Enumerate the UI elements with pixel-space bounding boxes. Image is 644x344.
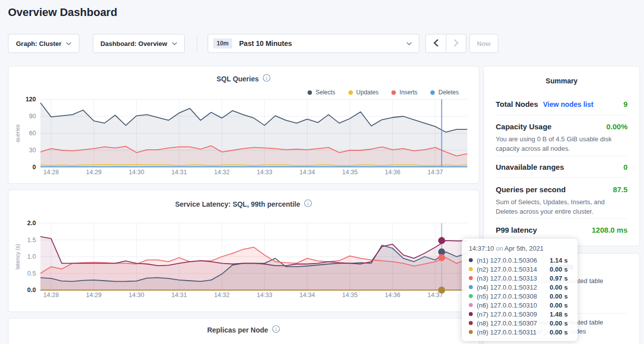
x-axis-tick-label: 14:32 (214, 169, 230, 176)
sql-queries-chart[interactable]: 14:2814:2914:3014:3114:3214:3314:3414:35… (8, 66, 479, 183)
y-axis-tick-label: 120 (25, 96, 36, 103)
x-axis-tick-label: 14:29 (86, 169, 101, 176)
hover-data-point (438, 254, 445, 261)
node-address: (n7) 127.0.0.1:50309 (477, 311, 550, 318)
node-address: (n2) 127.0.0.1:50314 (477, 266, 550, 273)
summary-divider (496, 156, 628, 156)
summary-label: Unavailable ranges (496, 163, 564, 171)
node-latency-value: 1.48 s (550, 311, 568, 318)
overview-dashboard-page: Overview Dashboard Graph: Cluster Dashbo… (0, 0, 644, 344)
toolbar-divider (197, 35, 197, 52)
hover-data-point (438, 237, 445, 244)
node-color-dot (469, 258, 473, 262)
x-axis-tick-label: 14:34 (300, 169, 315, 176)
y-axis-tick-label: 60 (29, 130, 36, 137)
summary-label: Capacity Usage (496, 122, 552, 131)
x-axis-tick-label: 14:36 (385, 169, 400, 176)
chevron-right-icon (453, 39, 459, 48)
x-axis-tick-label: 14:30 (129, 292, 144, 299)
replicas-title: Replicas per Node (207, 326, 268, 334)
graph-dropdown-label: Graph: Cluster (16, 40, 61, 47)
summary-value: 0.00% (606, 122, 628, 131)
y-axis-title: latency (s) (14, 244, 20, 270)
x-axis-tick-label: 14:28 (43, 292, 59, 299)
summary-row-queries-per-second: Queries per second87.5Sum of Selects, Up… (496, 185, 628, 216)
summary-divider (496, 177, 628, 178)
x-axis-tick-label: 14:30 (129, 169, 144, 176)
y-axis-tick-label: 1.0 (27, 253, 36, 260)
node-latency-value: 1.14 s (550, 257, 568, 264)
node-color-dot (469, 330, 473, 334)
now-button[interactable]: Now (469, 34, 498, 53)
hover-data-point (438, 287, 445, 294)
replicas-panel: Replicas per Node i (8, 318, 479, 344)
time-range-label: Past 10 Minutes (239, 39, 292, 47)
latency-chart[interactable]: 14:2814:2914:3014:3114:3214:3314:3414:35… (8, 190, 479, 312)
summary-value: 1208.0 ms (592, 226, 628, 234)
node-color-dot (469, 285, 473, 289)
tooltip-node-row: (n8) 127.0.0.1:503070.00 s (469, 319, 571, 328)
latency-panel: Service Latency: SQL, 99th percentile i … (8, 190, 479, 312)
x-axis-tick-label: 14:32 (214, 292, 230, 299)
summary-label: Queries per second (496, 185, 566, 194)
chevron-down-icon (172, 42, 177, 45)
node-address: (n4) 127.0.0.1:50312 (477, 284, 550, 291)
summary-description: Sum of Selects, Updates, Inserts, and De… (496, 197, 628, 216)
tooltip-node-row: (n1) 127.0.0.1:503061.14 s (469, 256, 571, 265)
x-axis-tick-label: 14:31 (171, 292, 187, 299)
y-axis-tick-label: 0.5 (27, 270, 36, 277)
time-forward-button[interactable] (446, 34, 466, 52)
time-back-button[interactable] (426, 34, 446, 52)
node-color-dot (469, 303, 473, 307)
chevron-left-icon (433, 39, 439, 48)
chevron-down-icon (406, 42, 412, 45)
x-axis-tick-label: 14:33 (257, 292, 272, 299)
info-icon[interactable]: i (272, 325, 280, 335)
tooltip-node-row: (n6) 127.0.0.1:503100.00 s (469, 301, 571, 310)
node-address: (n1) 127.0.0.1:50306 (477, 257, 550, 264)
node-color-dot (469, 276, 473, 280)
tooltip-node-row: (n4) 127.0.0.1:503120.00 s (469, 283, 571, 292)
x-axis-tick-label: 14:37 (427, 169, 443, 176)
y-axis-tick-label: 0.0 (27, 287, 36, 294)
node-address: (n8) 127.0.0.1:50307 (477, 320, 550, 327)
tooltip-node-row: (n3) 127.0.0.1:503130.97 s (469, 274, 571, 283)
view-nodes-list-link[interactable]: View nodes list (543, 100, 594, 108)
y-axis-tick-label: 1.5 (27, 237, 36, 244)
summary-label: Total Nodes (496, 100, 538, 108)
summary-row-p99-latency: P99 latency1208.0 ms (496, 226, 628, 234)
node-address: (n9) 127.0.0.1:50311 (477, 329, 550, 336)
node-latency-value: 0.00 s (550, 284, 568, 291)
tooltip-node-row: (n5) 127.0.0.1:503080.00 s (469, 292, 571, 301)
x-axis-tick-label: 14:31 (171, 169, 187, 176)
tooltip-node-row: (n2) 127.0.0.1:503140.00 s (469, 265, 571, 274)
node-color-dot (469, 267, 473, 271)
y-axis-tick-label: 0 (32, 164, 36, 171)
dashboard-dropdown-label: Dashboard: Overview (100, 40, 167, 47)
graph-dropdown[interactable]: Graph: Cluster (8, 34, 79, 53)
node-address: (n5) 127.0.0.1:50308 (477, 293, 550, 300)
x-axis-tick-label: 14:34 (300, 292, 315, 299)
tooltip-node-row: (n7) 127.0.0.1:503091.48 s (469, 310, 571, 319)
node-latency-value: 0.00 s (550, 320, 568, 327)
tooltip-timestamp: 14:37:10 on Apr 5th, 2021 (469, 245, 571, 252)
x-axis-tick-label: 14:29 (86, 292, 101, 299)
time-range-dropdown[interactable]: 10m Past 10 Minutes (208, 34, 419, 53)
summary-value: 9 (624, 100, 628, 108)
summary-label: P99 latency (496, 226, 537, 234)
node-color-dot (469, 321, 473, 325)
time-range-badge: 10m (213, 38, 232, 48)
tooltip-node-row: (n9) 127.0.0.1:503110.00 s (469, 328, 571, 337)
chevron-down-icon (66, 42, 71, 45)
dashboard-dropdown[interactable]: Dashboard: Overview (93, 34, 185, 53)
node-latency-value: 0.00 s (550, 302, 568, 309)
summary-row-total-nodes: Total NodesView nodes list9 (496, 100, 628, 108)
summary-divider (496, 218, 628, 219)
y-axis-tick-label: 30 (29, 147, 36, 154)
summary-title: Summary (484, 77, 640, 85)
node-address: (n3) 127.0.0.1:50313 (477, 275, 550, 282)
summary-divider (496, 115, 628, 115)
sql-queries-panel: SQL Queries i SelectsUpdatesInsertsDelet… (8, 66, 479, 184)
summary-row-capacity-usage: Capacity Usage0.00%You are using 0 B of … (496, 122, 628, 153)
chart-hover-tooltip: 14:37:10 on Apr 5th, 2021 (n1) 127.0.0.1… (462, 239, 578, 341)
